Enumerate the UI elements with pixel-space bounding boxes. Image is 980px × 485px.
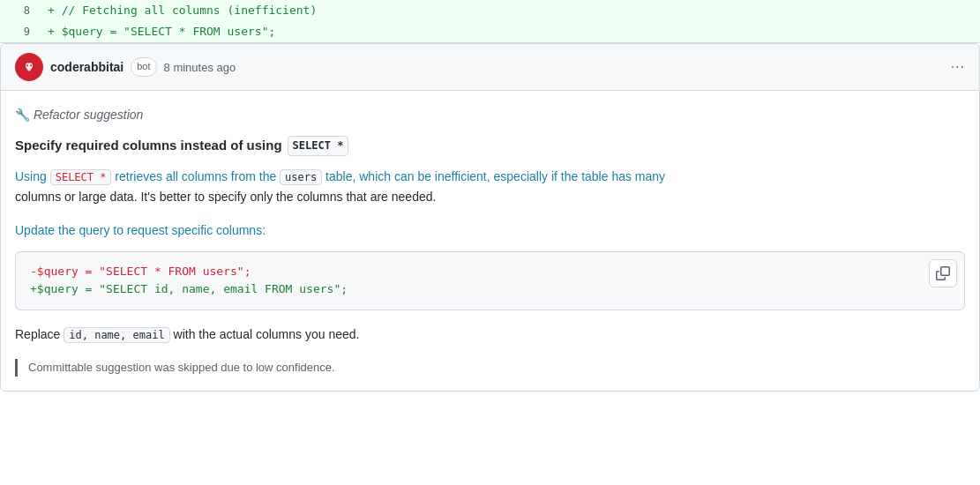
users-table-code: users [280, 169, 322, 185]
select-star-code: SELECT * [50, 169, 112, 185]
diff-line-9: 9 + $query = "SELECT * FROM users"; [0, 21, 980, 42]
update-text: Update the query to request specific col… [15, 220, 965, 240]
code-line-removed: -$query = "SELECT * FROM users"; [30, 263, 950, 281]
line-number-8: 8 [0, 2, 44, 19]
minus-sign: - [30, 265, 37, 278]
replace-code: id, name, email [64, 327, 169, 343]
copy-button[interactable] [929, 259, 957, 287]
wrench-icon: 🔧 [15, 108, 30, 122]
avatar [15, 53, 43, 81]
description-mid1: retrieves all columns from the [111, 169, 280, 183]
comment-card: coderabbitai bot 8 minutes ago ··· 🔧 Ref… [0, 43, 980, 392]
replace-prefix: Replace [15, 327, 60, 341]
bot-badge: bot [131, 57, 156, 77]
code-block: -$query = "SELECT * FROM users"; +$query… [15, 251, 965, 311]
plus-sign: + [30, 282, 37, 295]
replace-text: Replace id, name, email with the actual … [15, 325, 965, 344]
comment-header: coderabbitai bot 8 minutes ago ··· [1, 44, 979, 91]
timestamp: 8 minutes ago [164, 61, 236, 74]
svg-point-2 [30, 64, 32, 66]
comment-header-left: coderabbitai bot 8 minutes ago [15, 53, 236, 81]
committable-text: Committable suggestion was skipped due t… [28, 361, 335, 374]
refactor-label: 🔧 Refactor suggestion [15, 105, 965, 124]
diff-section: 8 + // Fetching all columns (inefficient… [0, 0, 980, 43]
replace-suffix: with the actual columns you need. [174, 327, 360, 341]
comment-body: 🔧 Refactor suggestion Specify required c… [1, 91, 979, 391]
description-mid2: table, which can be inefficient, especia… [322, 169, 665, 183]
diff-line-content-9: + $query = "SELECT * FROM users"; [44, 23, 275, 41]
code-line-added: +$query = "SELECT id, name, email FROM u… [30, 280, 950, 299]
description-paragraph: Using SELECT * retrieves all columns fro… [15, 167, 965, 206]
title-text: Specify required columns instead of usin… [15, 135, 282, 156]
line-number-9: 9 [0, 23, 44, 41]
description-end: columns or large data. It's better to sp… [15, 190, 436, 204]
committable-note: Committable suggestion was skipped due t… [15, 359, 965, 377]
avatar-icon [20, 58, 38, 76]
diff-line-content-8: + // Fetching all columns (inefficient) [44, 2, 317, 19]
username: coderabbitai [50, 60, 123, 74]
svg-point-1 [26, 64, 28, 66]
copy-icon [936, 266, 950, 280]
description-intro: Using [15, 169, 50, 183]
diff-line-8: 8 + // Fetching all columns (inefficient… [0, 0, 980, 21]
suggestion-title: Specify required columns instead of usin… [15, 135, 965, 156]
more-options-button[interactable]: ··· [951, 59, 965, 75]
title-code: SELECT * [288, 136, 349, 156]
